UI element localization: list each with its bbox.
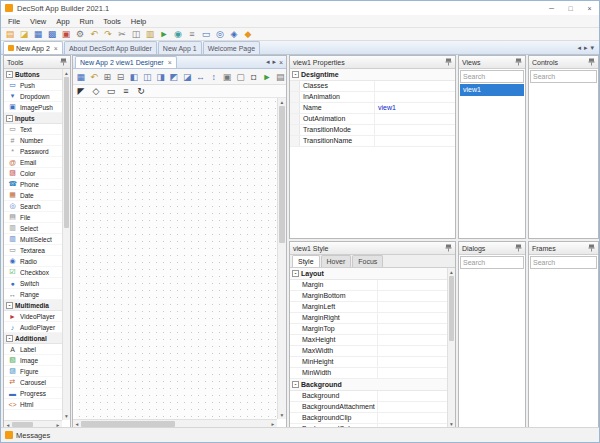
send-back-icon[interactable]: ▢ [235,71,246,83]
scroll-up-icon[interactable]: ▴ [63,69,70,77]
tools-vertical-scrollbar[interactable]: ▴ ▾ [62,69,70,420]
scrollbar-thumb[interactable] [449,276,454,341]
about-icon[interactable]: ◆ [242,28,254,40]
tab-close-icon[interactable]: × [54,45,58,52]
add-control-icon[interactable]: ▭ [105,85,117,97]
views-search-input[interactable] [460,70,524,83]
style-property-value[interactable] [378,302,447,312]
property-row[interactable]: TransitionMode [290,125,455,136]
close-button[interactable]: × [580,1,599,15]
view-list-item[interactable]: view1 [460,84,524,96]
redo-icon[interactable]: ↷ [102,28,114,40]
collapse-icon[interactable]: - [6,115,13,122]
tab-hover[interactable]: Hover [321,255,352,267]
scroll-up-icon[interactable]: ▴ [278,98,286,106]
show-grid-icon[interactable]: ⊞ [102,71,113,83]
print-view-icon[interactable]: ▤ [275,71,286,83]
align-left-icon[interactable]: ◧ [128,71,139,83]
tab-style[interactable]: Style [292,255,320,267]
lock-controls-icon[interactable]: ◘ [248,71,259,83]
messages-bar[interactable]: Messages [1,427,599,442]
tools-section-multimedia[interactable]: - Multimedia [4,300,62,311]
scrollbar-track[interactable] [448,276,455,420]
style-property-row[interactable]: Margin [290,280,447,291]
style-property-value[interactable] [378,291,447,301]
app-options-icon[interactable]: ⚙ [74,28,86,40]
new-app-icon[interactable]: ▤ [4,28,16,40]
tab-welcome-page[interactable]: Welcome Page [203,41,260,54]
tab-about-decsoft-app-builder[interactable]: About DecSoft App Builder [64,41,157,54]
style-property-value[interactable] [378,280,447,290]
design-canvas[interactable] [76,98,277,419]
minimize-button[interactable]: ─ [542,1,561,15]
tool-item[interactable]: ▨ Color [4,168,62,179]
scroll-down-icon[interactable]: ▾ [278,411,286,419]
property-value[interactable] [375,114,455,124]
pin-icon[interactable] [445,244,452,252]
collapse-icon[interactable]: - [292,381,299,388]
canvas-vertical-scrollbar[interactable]: ▴ ▾ [277,98,286,419]
open-app-icon[interactable]: ◪ [18,28,30,40]
tool-item[interactable]: ▥ Select [4,223,62,234]
pin-icon[interactable] [60,58,67,66]
style-property-value[interactable] [378,413,447,423]
style-property-value[interactable] [378,391,447,401]
tool-item[interactable]: ▧ Image [4,355,62,366]
pin-icon[interactable] [588,244,595,252]
menu-item[interactable]: File [3,17,25,26]
tab-new-app-2[interactable]: New App 2 × [3,41,63,54]
style-property-row[interactable]: MarginBottom [290,291,447,302]
tool-item[interactable]: ▥ MultiSelect [4,234,62,245]
frames-search-input[interactable] [530,256,597,269]
menu-item[interactable]: Run [75,17,99,26]
property-value[interactable]: view1 [375,103,455,113]
save-view-icon[interactable]: ▦ [75,71,86,83]
collapse-icon[interactable]: - [6,71,13,78]
property-row[interactable]: Name view1 [290,103,455,114]
undo-view-icon[interactable]: ↶ [88,71,99,83]
cut-icon[interactable]: ✂ [116,28,128,40]
align-right-icon[interactable]: ◨ [155,71,166,83]
property-row[interactable]: InAnimation [290,92,455,103]
tool-item[interactable]: * Password [4,146,62,157]
dialogs-search-input[interactable] [460,256,524,269]
property-value[interactable] [375,136,455,146]
tools-section-additional[interactable]: - Additional [4,333,62,344]
pin-icon[interactable] [515,244,522,252]
style-property-value[interactable] [378,346,447,356]
pin-icon[interactable] [445,58,452,66]
select-tool-icon[interactable]: ◤ [75,85,87,97]
tool-item[interactable]: # Number [4,135,62,146]
debug-app-icon[interactable]: ◉ [172,28,184,40]
help-icon[interactable]: ◈ [228,28,240,40]
tool-item[interactable]: ▬ Progress [4,388,62,399]
scroll-down-icon[interactable]: ▾ [63,412,70,420]
paste-icon[interactable]: ▥ [144,28,156,40]
tool-item[interactable]: ► VideoPlayer [4,311,62,322]
preview-view-icon[interactable]: ► [261,71,272,83]
refresh-view-icon[interactable]: ↻ [135,85,147,97]
snap-grid-icon[interactable]: ⊟ [115,71,126,83]
layout-section-header[interactable]: - Layout [290,268,447,280]
style-property-value[interactable] [378,368,447,378]
tool-item[interactable]: <> Html [4,399,62,410]
tool-item[interactable]: ◉ Radio [4,256,62,267]
menu-item[interactable]: App [51,17,74,26]
scroll-up-icon[interactable]: ▴ [448,268,455,276]
tool-item[interactable]: A Label [4,344,62,355]
align-top-icon[interactable]: ◩ [168,71,179,83]
align-bottom-icon[interactable]: ◪ [182,71,193,83]
designer-tab-close-icon[interactable]: × [168,59,172,66]
tool-item[interactable]: ▣ ImagePush [4,102,62,113]
same-height-icon[interactable]: ↕ [208,71,219,83]
tabs-scroll-right-icon[interactable]: ▸ [584,44,588,52]
designer-tab[interactable]: New App 2 view1 Designer × [75,56,177,68]
designer-scroll-right-icon[interactable]: ▸ [272,58,276,66]
undo-icon[interactable]: ↶ [88,28,100,40]
menu-item[interactable]: Help [126,17,151,26]
scrollbar-thumb[interactable] [64,77,69,228]
pin-icon[interactable] [588,58,595,66]
property-row[interactable]: OutAnimation [290,114,455,125]
tool-item[interactable]: ▨ Figure [4,366,62,377]
run-app-icon[interactable]: ► [158,28,170,40]
